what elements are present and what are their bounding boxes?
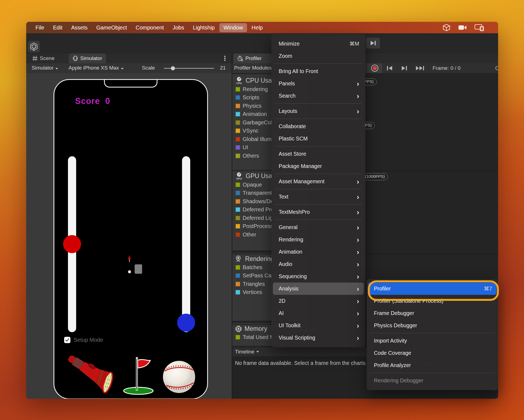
window-menu-item-layouts[interactable]: Layouts› <box>272 105 365 117</box>
window-menu-item-general[interactable]: General› <box>272 221 365 233</box>
next-frame-button[interactable] <box>397 63 412 73</box>
display-mirror-icon[interactable] <box>475 24 484 31</box>
menubar-item-lightship[interactable]: Lightship <box>189 23 219 32</box>
menu-item-label: Rendering Debugger <box>374 377 423 384</box>
menu-item-label: Collaborate <box>279 123 306 130</box>
menubar-item-component[interactable]: Component <box>132 23 168 32</box>
frame-counter: Frame: 0 / 0 <box>429 65 460 71</box>
legend-color-swatch <box>236 112 240 116</box>
pane-divider[interactable] <box>232 53 232 399</box>
window-menu-item-analysis[interactable]: Analysis› <box>273 283 364 295</box>
menu-item-label: Code Coverage <box>374 350 411 356</box>
window-menu-item-2d[interactable]: 2D› <box>272 295 365 307</box>
window-menu-item-audio[interactable]: Audio› <box>272 258 365 270</box>
submenu-item-profiler[interactable]: Profiler⌘7 <box>368 283 497 295</box>
right-slider-track[interactable] <box>182 156 190 332</box>
legend-color-swatch <box>236 216 240 220</box>
hexagon-logo-button[interactable] <box>28 41 40 52</box>
menu-separator <box>370 373 495 373</box>
current-frame-button[interactable] <box>412 63 429 73</box>
step-frame-button[interactable] <box>366 38 380 49</box>
legend-label: Transparent <box>243 190 272 196</box>
menu-item-label: Profiler (Standalone Process) <box>374 298 443 304</box>
submenu-item-code-coverage[interactable]: Code Coverage <box>367 347 498 359</box>
menu-item-label: Minimize <box>279 41 300 47</box>
menubar-item-jobs[interactable]: Jobs <box>168 23 188 32</box>
window-menu-item-package-manager[interactable]: Package Manager <box>272 160 365 172</box>
submenu-item-profiler-standalone-process-[interactable]: Profiler (Standalone Process) <box>367 295 498 307</box>
window-menu-item-plastic-scm[interactable]: Plastic SCM <box>272 133 365 145</box>
editor-toolbar <box>26 33 498 54</box>
window-menu-item-bring-all-to-front[interactable]: Bring All to Front <box>272 65 365 77</box>
window-menu-item-visual-scripting[interactable]: Visual Scripting› <box>272 332 365 344</box>
scale-label: Scale <box>142 65 155 71</box>
window-menu-item-rendering[interactable]: Rendering› <box>272 233 365 246</box>
device-dropdown[interactable]: Apple iPhone XS Max <box>69 65 124 71</box>
simulator-viewport: Score 0 Setup Mode <box>26 73 232 399</box>
window-menu-item-sequencing[interactable]: Sequencing› <box>272 270 365 283</box>
menubar-item-gameobject[interactable]: GameObject <box>92 23 131 32</box>
profiler-modules-dropdown[interactable]: Profiler Modules <box>234 65 276 71</box>
window-menu-item-animation[interactable]: Animation› <box>272 246 365 258</box>
menubar-item-help[interactable]: Help <box>248 23 267 32</box>
legend-label: Animation <box>243 111 267 117</box>
record-button[interactable] <box>367 63 383 73</box>
svg-text:CPU: CPU <box>236 82 242 85</box>
legend-color-swatch <box>236 232 240 237</box>
camera-icon <box>235 255 243 263</box>
submenu-item-frame-debugger[interactable]: Frame Debugger <box>367 307 498 319</box>
cube-icon[interactable] <box>442 24 451 31</box>
window-menu-item-search[interactable]: Search› <box>272 90 365 102</box>
menu-item-label: General <box>279 224 297 230</box>
tab-scene[interactable]: Scene <box>28 53 58 63</box>
checkbox-checked-icon[interactable] <box>64 337 70 343</box>
tab-simulator[interactable]: Simulator <box>69 53 106 63</box>
menubar-item-assets[interactable]: Assets <box>67 23 92 32</box>
window-menu-item-asset-management[interactable]: Asset Management› <box>272 175 365 188</box>
chevron-right-icon: › <box>357 311 359 316</box>
chevron-right-icon: › <box>357 179 359 184</box>
simulator-target-dropdown[interactable]: Simulator <box>32 65 58 71</box>
legend-label: UI <box>243 144 248 151</box>
menu-item-label: Audio <box>279 261 292 267</box>
menubar-item-file[interactable]: File <box>31 23 48 32</box>
legend-label: VSync <box>243 128 258 134</box>
menubar-item-window[interactable]: Window <box>219 23 247 32</box>
window-menu-item-asset-store[interactable]: Asset Store <box>272 148 365 160</box>
menu-bar-status-icons <box>442 22 484 33</box>
tab-profiler[interactable]: Profiler <box>233 53 272 63</box>
red-slider-ball[interactable] <box>63 235 81 253</box>
menu-separator <box>275 204 362 205</box>
chevron-right-icon: › <box>357 286 359 292</box>
blue-slider-ball[interactable] <box>177 314 195 332</box>
menubar-item-edit[interactable]: Edit <box>49 23 66 32</box>
menu-item-shortcut: ⌘M <box>349 41 359 47</box>
window-menu-item-collaborate[interactable]: Collaborate <box>272 120 365 133</box>
scale-slider-knob[interactable] <box>171 66 175 70</box>
window-menu-item-textmeshpro[interactable]: TextMeshPro› <box>272 206 365 218</box>
kebab-menu-icon[interactable] <box>221 55 228 62</box>
timeline-dropdown[interactable]: Timeline <box>235 349 254 355</box>
previous-frame-button[interactable] <box>383 63 397 73</box>
window-menu-item-minimize[interactable]: Minimize⌘M <box>272 38 365 50</box>
submenu-item-profile-analyzer[interactable]: Profile Analyzer <box>367 359 498 371</box>
chevron-right-icon: › <box>357 93 359 99</box>
window-menu-item-panels[interactable]: Panels› <box>272 77 365 90</box>
window-menu-item-zoom[interactable]: Zoom <box>272 50 365 62</box>
videocam-icon[interactable] <box>458 24 467 31</box>
submenu-item-rendering-debugger[interactable]: Rendering Debugger <box>367 374 498 387</box>
chevron-right-icon: › <box>357 323 359 328</box>
window-menu-item-ai[interactable]: AI› <box>272 307 365 319</box>
window-menu-item-ui-toolkit[interactable]: UI Toolkit› <box>272 319 365 332</box>
legend-color-swatch <box>236 265 240 270</box>
clipped-control[interactable]: C <box>495 65 498 71</box>
window-menu-item-text[interactable]: Text› <box>272 191 365 203</box>
iphone-mockup: Score 0 Setup Mode <box>53 79 208 399</box>
setup-mode-toggle[interactable]: Setup Mode <box>64 337 103 343</box>
legend-color-swatch <box>236 182 240 187</box>
submenu-item-physics-debugger[interactable]: Physics Debugger <box>367 319 498 332</box>
legend-color-swatch <box>236 95 240 100</box>
legend-color-swatch <box>236 154 240 158</box>
scale-slider[interactable] <box>164 68 214 69</box>
submenu-item-import-activity[interactable]: Import Activity <box>367 335 498 347</box>
